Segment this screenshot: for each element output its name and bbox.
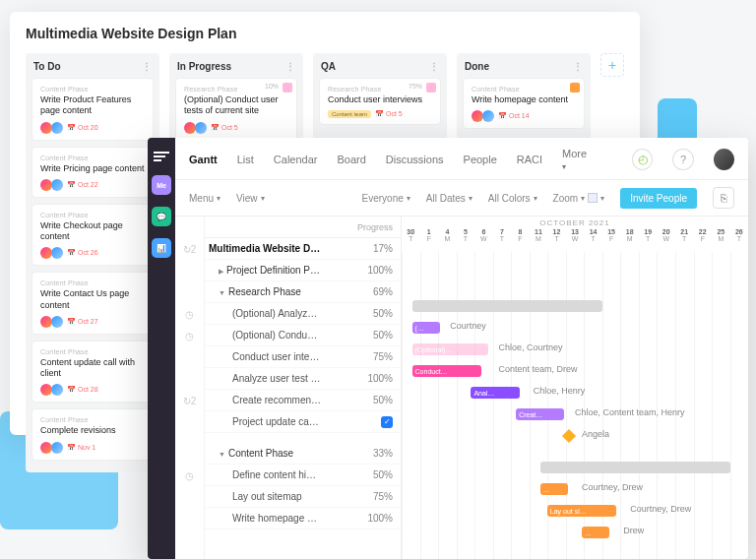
assignee-label: Chloe, Henry [534, 386, 586, 396]
rail-chat-button[interactable]: 💬 [152, 207, 171, 226]
gantt-bar-row: Creat…Chloe, Content team, Henry [402, 404, 748, 425]
menu-dropdown[interactable]: Menu ▾ [189, 193, 220, 204]
user-avatar[interactable] [714, 149, 734, 170]
timer-button[interactable]: ◴ [632, 149, 653, 170]
tab-list[interactable]: List [237, 154, 254, 165]
tab-gantt[interactable]: Gantt [189, 154, 218, 165]
timeline-day: 19T [639, 228, 658, 252]
zoom-control[interactable]: Zoom ▾ ▾ [553, 193, 605, 204]
kanban-card[interactable]: 10%Research Phase (Optional) Conduct use… [175, 78, 297, 141]
row-status-icon [175, 346, 204, 368]
timeline-day: 14T [584, 228, 602, 252]
checkbox-icon[interactable]: ✓ [381, 416, 393, 428]
gantt-task-row[interactable]: Multimedia Website D…17% [205, 238, 401, 260]
kanban-card[interactable]: Content Phase Write Checkout page conten… [32, 204, 154, 267]
gantt-bar[interactable] [412, 300, 603, 312]
card-date: 📅 Oct 14 [498, 112, 530, 120]
tab-calendar[interactable]: Calendar [274, 154, 318, 165]
timeline-day: 30T [402, 228, 420, 252]
gantt-bar-row: …Courtney, Drew [402, 478, 748, 500]
add-column-button[interactable]: + [600, 53, 624, 77]
card-title: (Optional) Conduct user tests of current… [184, 94, 288, 117]
task-name: ▶Project Definition P… [209, 265, 357, 276]
kanban-card[interactable]: Content Phase Write Pricing page content… [32, 147, 154, 198]
gantt-task-row[interactable]: ▼Content Phase33% [205, 443, 401, 465]
gantt-bar[interactable]: … [582, 527, 609, 538]
kanban-card[interactable]: Content Phase Complete revisions 📅 Nov 1 [32, 408, 154, 460]
card-title: Write homepage content [472, 94, 576, 105]
kanban-card[interactable]: 75%Research Phase Conduct user interview… [319, 78, 441, 125]
gantt-bar[interactable]: Conduct… [412, 365, 481, 377]
tab-discussions[interactable]: Discussions [386, 154, 444, 165]
expand-toggle-icon[interactable]: ▶ [219, 268, 223, 275]
task-progress: 69% [357, 286, 393, 297]
view-tabs: GanttListCalendarBoardDiscussionsPeopleR… [175, 138, 748, 180]
column-menu-icon[interactable]: ⋮ [285, 61, 295, 72]
view-dropdown[interactable]: View ▾ [236, 193, 265, 204]
gantt-bar[interactable]: Creat… [516, 408, 564, 420]
gantt-task-row[interactable]: (Optional) Analyz…50% [205, 303, 401, 325]
gantt-task-row[interactable]: Write homepage …100% [205, 508, 401, 529]
task-name: Project update ca… [209, 416, 381, 427]
assignee-label: Courtney [450, 321, 486, 331]
export-button[interactable]: ⎘ [713, 187, 734, 209]
timeline-day: 5T [457, 228, 475, 252]
kanban-card[interactable]: Content Phase Write Product Features pag… [32, 78, 154, 141]
row-status-icon [175, 486, 204, 508]
gantt-task-row[interactable]: ▼Research Phase69% [205, 281, 401, 303]
column-menu-icon[interactable]: ⋮ [429, 61, 439, 72]
tab-more[interactable]: More ▾ [562, 148, 593, 171]
timeline-day: 8F [511, 228, 530, 252]
gantt-task-row[interactable]: ▶Project Definition P…100% [205, 260, 401, 281]
card-date: 📅 Oct 28 [67, 386, 98, 394]
task-name: Write homepage … [209, 513, 357, 524]
everyone-filter[interactable]: Everyone ▾ [362, 193, 410, 204]
column-menu-icon[interactable]: ⋮ [573, 61, 583, 72]
gantt-bar[interactable]: (Optional)… [412, 343, 488, 355]
tab-people[interactable]: People [464, 154, 497, 165]
assignee-label: Courtney, Drew [630, 504, 691, 514]
gantt-task-row[interactable]: Conduct user inte…75% [205, 346, 401, 368]
expand-toggle-icon[interactable]: ▼ [219, 289, 225, 296]
column-menu-icon[interactable]: ⋮ [142, 61, 152, 72]
card-title: Write Checkout page content [40, 220, 145, 243]
gantt-bar[interactable] [540, 462, 731, 473]
row-status-icon [175, 508, 204, 529]
rail-reports-button[interactable]: 📊 [152, 238, 171, 258]
assignee-label: Angela [582, 429, 609, 439]
card-date: 📅 Oct 5 [375, 110, 403, 118]
gantt-bar[interactable]: Lay out si… [547, 505, 616, 517]
gantt-task-row[interactable]: (Optional) Condu…50% [205, 325, 401, 346]
kanban-card[interactable]: Content Phase Write homepage content 📅 O… [463, 78, 585, 129]
card-title: Complete revisions [40, 425, 145, 436]
colors-filter[interactable]: All Colors ▾ [488, 193, 537, 204]
help-button[interactable]: ? [672, 149, 693, 170]
dates-filter[interactable]: All Dates ▾ [426, 193, 472, 204]
card-phase: Content Phase [40, 155, 145, 161]
kanban-card[interactable]: Content Phase Write Contact Us page cont… [32, 272, 154, 335]
gantt-task-row[interactable]: Create recommen…50% [205, 390, 401, 411]
gantt-bar[interactable]: … [540, 483, 568, 495]
team-chip: Content team [328, 110, 371, 118]
gantt-task-row[interactable]: Project update ca…✓ [205, 411, 401, 433]
gantt-task-row[interactable]: Define content hi…50% [205, 465, 401, 486]
gantt-task-row[interactable]: Lay out sitemap75% [205, 486, 401, 508]
tab-board[interactable]: Board [338, 154, 366, 165]
task-name: Multimedia Website D… [209, 243, 357, 254]
milestone-diamond-icon[interactable] [562, 429, 576, 443]
gantt-bar[interactable]: Anal… [471, 387, 519, 399]
task-name: Create recommen… [209, 395, 357, 405]
card-phase: Content Phase [40, 280, 145, 286]
gantt-bar-row: (…Courtney [402, 317, 748, 339]
task-name: Define content hi… [209, 469, 357, 480]
kanban-card[interactable]: Content Phase Content update call with c… [32, 341, 154, 404]
rail-me-button[interactable]: Me [152, 175, 171, 195]
gantt-task-row[interactable]: Analyze user test …100% [205, 368, 401, 390]
gantt-bar[interactable]: (… [412, 322, 440, 334]
tab-raci[interactable]: RACI [517, 154, 542, 165]
gantt-bar-row: Lay out si…Courtney, Drew [402, 500, 748, 522]
task-progress: 100% [357, 373, 393, 384]
invite-people-button[interactable]: Invite People [620, 188, 697, 209]
card-date: 📅 Oct 22 [67, 181, 98, 189]
expand-toggle-icon[interactable]: ▼ [219, 451, 225, 458]
